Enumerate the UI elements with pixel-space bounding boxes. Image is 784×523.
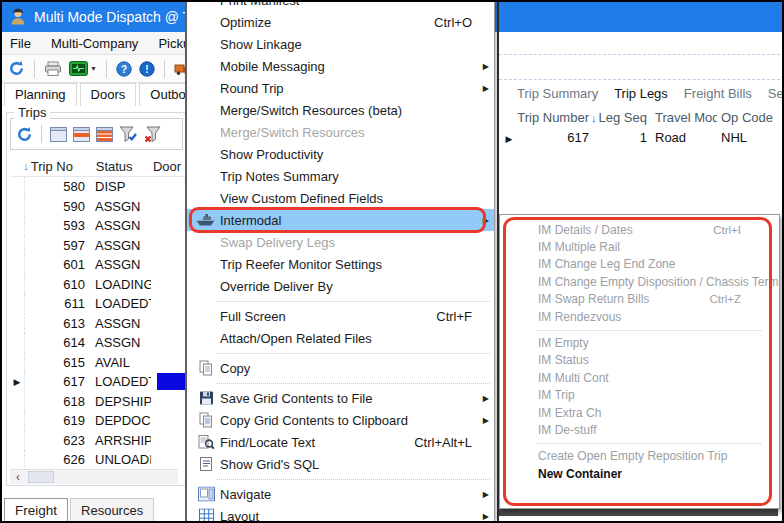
trip-row[interactable]: 613 ASSGN [10,314,186,334]
trip-row[interactable]: 611 LOADEDTO [10,294,186,314]
submenu-item[interactable]: IM Rendezvous [500,308,779,325]
door-cell[interactable] [157,412,186,429]
door-cell[interactable] [157,334,186,351]
submenu-item[interactable]: IM Change Empty Disposition / Chassis Te… [500,273,779,290]
trip-row[interactable]: 623 ARRSHIP [10,431,186,451]
door-cell[interactable] [157,451,186,468]
column-header[interactable]: Op Code [717,110,773,125]
door-cell[interactable] [157,178,186,195]
horizontal-scrollbar[interactable]: ‹ [10,469,178,484]
toolbar-button[interactable]: ? [116,61,132,77]
menu-item[interactable]: Mobile Messaging ▶ [187,55,494,77]
status-cell[interactable]: DISP [93,179,151,194]
trip-row[interactable]: 593 ASSGN [10,216,186,236]
toolbar-button[interactable]: ▼ [69,61,97,76]
menu-item[interactable]: Save Grid Contents to File ▶ [187,387,494,409]
trip-row[interactable]: 590 ASSGN [10,197,186,217]
status-cell[interactable]: DEPSHIP [93,394,151,409]
trips-toolbar-button[interactable] [50,127,67,142]
status-cell[interactable]: ARRSHIP [93,433,151,448]
door-cell[interactable] [157,217,186,234]
menu-item[interactable] [187,349,494,357]
door-cell[interactable] [157,315,186,332]
leg-seq-cell[interactable]: 1 [589,130,647,145]
trips-toolbar-button[interactable] [73,127,90,142]
menu-item[interactable] [187,297,494,305]
menu-item[interactable]: Attach/Open Related Files [187,327,494,349]
trip-number-cell[interactable]: 617 [517,130,589,145]
trip-no-cell[interactable]: 597 [25,238,93,253]
op-code-cell[interactable]: NHL [717,130,773,145]
submenu-item[interactable]: IM De-stuff [500,421,779,438]
menu-item[interactable]: Copy Grid Contents to Clipboard ▶ [187,409,494,431]
trip-detail-tab[interactable]: Trip Summary [517,86,598,101]
menu-bar-item[interactable]: Multi-Company [51,36,138,51]
trip-detail-tab[interactable]: Trip Legs [614,86,668,101]
status-cell[interactable]: UNLOADING [93,452,151,467]
menu-item[interactable]: Merge/Switch Resources (beta) [187,99,494,121]
menu-item[interactable]: Show Grid's SQL [187,453,494,475]
status-cell[interactable]: ASSGN [93,238,151,253]
trip-row[interactable]: 610 LOADING [10,275,186,295]
door-column-header[interactable]: Door [151,159,186,174]
workspace-tab[interactable]: Planning [4,83,77,106]
menu-item[interactable]: Optimize Ctrl+O [187,11,494,33]
trip-row[interactable]: ▶ 617 LOADEDTO [10,372,186,392]
door-cell[interactable] [157,295,186,312]
door-cell[interactable] [157,393,186,410]
menu-item[interactable]: Print Manifest [187,2,494,11]
status-cell[interactable]: LOADING [93,277,151,292]
door-cell[interactable] [157,432,186,449]
submenu-item[interactable]: IM Change Leg End Zone [500,256,779,273]
door-cell[interactable] [157,373,186,390]
dropdown-caret-icon[interactable]: ▼ [90,65,97,72]
trip-no-cell[interactable]: 580 [25,179,93,194]
trip-row[interactable]: 580 DISP [10,177,186,197]
submenu-item[interactable]: IM Extra Ch [500,404,779,421]
status-cell[interactable]: ASSGN [93,199,151,214]
status-column-header[interactable]: Status [94,159,151,174]
door-cell[interactable] [157,198,186,215]
menu-item[interactable] [187,379,494,387]
submenu-item[interactable] [500,325,779,334]
bottom-tab[interactable]: Freight [4,498,68,521]
trip-no-cell[interactable]: 593 [25,218,93,233]
trip-row[interactable]: 614 ASSGN [10,333,186,353]
menu-item[interactable] [187,475,494,483]
trips-toolbar-button[interactable] [119,126,138,143]
workspace-tab[interactable]: Outbound [139,83,186,106]
door-cell[interactable] [157,256,186,273]
menu-item[interactable]: View Custom Defined Fields [187,187,494,209]
menu-item[interactable]: Copy [187,357,494,379]
trip-no-cell[interactable]: 615 [25,355,93,370]
column-header[interactable]: Travel Mode [647,110,717,125]
trips-toolbar-button[interactable] [96,127,113,142]
menu-item[interactable]: Show Productivity [187,143,494,165]
status-cell[interactable]: ASSGN [93,335,151,350]
trip-leg-row[interactable]: ▶ 617 1 Road NHL [501,128,773,147]
trip-no-column-header[interactable]: ↓ Trip No [23,159,93,174]
menu-item[interactable]: Trip Notes Summary [187,165,494,187]
submenu-item[interactable]: New Container [500,465,779,482]
status-cell[interactable]: LOADEDTO [93,374,151,389]
menu-item[interactable]: Full Screen Ctrl+F [187,305,494,327]
status-cell[interactable]: DEPDOCK [93,413,151,428]
trip-no-cell[interactable]: 626 [25,452,93,467]
column-header[interactable]: Trip Number [517,110,589,125]
door-cell[interactable] [157,237,186,254]
trip-row[interactable]: 601 ASSGN [10,255,186,275]
submenu-item[interactable]: IM Trip [500,387,779,404]
menu-item[interactable]: Round Trip ▶ [187,77,494,99]
column-header[interactable]: ↓ Leg Seq [589,110,647,125]
scroll-left-icon[interactable]: ‹ [10,470,26,484]
submenu-item[interactable]: IM Status [500,352,779,369]
menu-item[interactable]: Trip Reefer Monitor Settings [187,253,494,275]
trip-no-cell[interactable]: 617 [25,374,93,389]
menu-item[interactable]: Find/Locate Text Ctrl+Alt+L [187,431,494,453]
trip-no-cell[interactable]: 601 [25,257,93,272]
submenu-item[interactable]: Create Open Empty Reposition Trip [500,448,779,465]
menu-item[interactable]: Merge/Switch Resources [187,121,494,143]
trip-no-cell[interactable]: 611 [25,296,93,311]
trip-no-cell[interactable]: 613 [25,316,93,331]
menu-item[interactable]: Swap Delivery Legs [187,231,494,253]
